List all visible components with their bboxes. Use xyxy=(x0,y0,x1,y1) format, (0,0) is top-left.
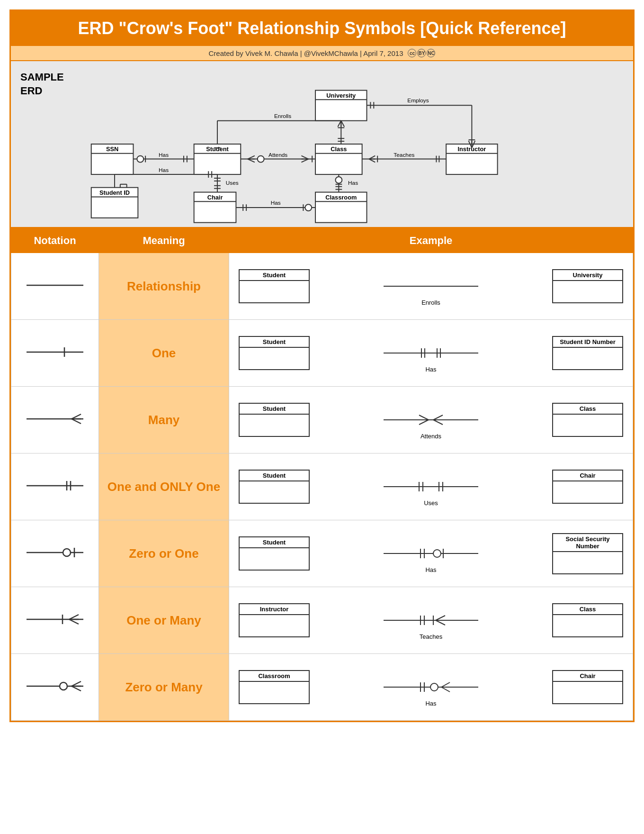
cc-icons: cc BY NC xyxy=(408,49,435,57)
svg-text:Classroom: Classroom xyxy=(325,194,357,201)
example-zero-or-many: Classroom xyxy=(229,654,633,721)
svg-line-105 xyxy=(72,414,81,419)
svg-point-87 xyxy=(335,177,342,183)
ex-line-svg-one-only xyxy=(310,472,552,501)
notation-one xyxy=(11,320,99,387)
svg-text:Enrolls: Enrolls xyxy=(274,113,291,119)
ex-entity-name: Student ID Number xyxy=(553,337,622,348)
svg-text:Has: Has xyxy=(271,199,281,206)
notation-svg-many xyxy=(22,407,88,431)
notation-svg-zero-or-many xyxy=(22,674,88,698)
notation-many xyxy=(11,387,99,453)
svg-line-65 xyxy=(341,121,344,127)
ex-entity-class-onemany: Class xyxy=(552,603,623,637)
svg-line-145 xyxy=(72,681,81,686)
main-container: ERD "Crow's Foot" Relationship Symbols [… xyxy=(9,9,635,722)
ex-line-svg-many xyxy=(310,406,552,434)
svg-line-55 xyxy=(301,156,308,159)
notation-relationship xyxy=(11,253,99,320)
ex-entity-class-many: Class xyxy=(552,403,623,437)
svg-text:Attends: Attends xyxy=(268,152,287,158)
entity-student-id: Student ID xyxy=(91,188,138,218)
ex-entity-studentid: Student ID Number xyxy=(552,336,623,370)
svg-line-51 xyxy=(248,156,255,159)
ex-line-svg xyxy=(310,272,552,300)
ex-label-zero-or-one: Has xyxy=(425,566,436,573)
notation-svg-one-only xyxy=(22,474,88,498)
notation-zero-or-many xyxy=(11,654,99,721)
ex-line-area-zero-or-one: Has xyxy=(310,525,552,582)
meaning-one: One xyxy=(99,320,229,387)
notation-one-or-many xyxy=(11,587,99,654)
ex-entity-name: Student xyxy=(240,404,309,415)
ex-entity-name: Instructor xyxy=(240,604,309,615)
example-one-only: Student xyxy=(229,453,633,520)
row-relationship: Relationship Student Enrolls xyxy=(11,253,633,320)
svg-text:Employs: Employs xyxy=(407,97,429,104)
ex-line-svg-zero-or-many xyxy=(310,673,552,701)
subtitle-text: Created by Vivek M. Chawla | @VivekMChaw… xyxy=(209,49,403,57)
ex-entity-student-many: Student xyxy=(239,403,310,437)
entity-class: Class xyxy=(315,144,362,174)
svg-point-54 xyxy=(258,156,264,163)
erd-svg: SSN Student ID Student xyxy=(82,71,619,218)
svg-line-113 xyxy=(433,420,443,425)
svg-text:Class: Class xyxy=(331,145,347,153)
ex-line-area-one-only: Uses xyxy=(310,458,552,515)
ex-line-svg-zero-or-one xyxy=(310,539,552,568)
row-one-or-many: One or Many Instructor xyxy=(11,587,633,654)
example-one: Student xyxy=(229,320,633,387)
ex-entity-chair-one-only: Chair xyxy=(552,470,623,504)
entity-ssn: SSN xyxy=(91,144,134,174)
ex-entity-name: Classroom xyxy=(240,671,309,682)
svg-text:University: University xyxy=(326,92,356,99)
entity-classroom: Classroom xyxy=(315,192,367,223)
ex-entity-name: University xyxy=(553,270,622,281)
ex-label-one: Has xyxy=(425,366,436,373)
meaning-many: Many xyxy=(99,387,229,453)
svg-point-124 xyxy=(63,549,71,556)
ex-entity-university: University xyxy=(552,269,623,303)
ex-entity-name: Social Security Number xyxy=(553,534,622,552)
ex-entity-name: Class xyxy=(553,404,622,415)
svg-text:Has: Has xyxy=(159,152,169,158)
notation-svg-one-or-many xyxy=(22,607,88,631)
page-title: ERD "Crow's Foot" Relationship Symbols [… xyxy=(11,11,633,46)
ex-line-svg-one xyxy=(310,339,552,367)
svg-line-79 xyxy=(369,156,375,159)
ex-label-zero-or-many: Has xyxy=(425,700,436,707)
header-meaning: Meaning xyxy=(99,229,229,253)
subtitle-bar: Created by Vivek M. Chawla | @VivekMChaw… xyxy=(11,46,633,61)
row-zero-or-one: Zero or One Student xyxy=(11,520,633,587)
ex-line-area-one: Has xyxy=(310,325,552,381)
ex-entity-name: Chair xyxy=(553,671,622,682)
row-zero-or-many: Zero or Many Classroom xyxy=(11,654,633,721)
svg-point-144 xyxy=(60,682,67,690)
ex-entity-classroom-zeromany: Classroom xyxy=(239,670,310,704)
header-notation: Notation xyxy=(11,229,99,253)
svg-text:SSN: SSN xyxy=(106,145,118,153)
svg-line-52 xyxy=(248,159,255,163)
erd-diagram: SSN Student ID Student xyxy=(82,71,619,218)
reference-table: Notation Meaning Example Relationship St… xyxy=(11,228,633,721)
svg-text:Has: Has xyxy=(348,180,358,186)
svg-line-133 xyxy=(69,619,79,624)
by-icon: BY xyxy=(417,49,426,57)
meaning-zero-or-many: Zero or Many xyxy=(99,654,229,721)
ex-entity-ssn: Social Security Number xyxy=(552,533,623,574)
svg-point-129 xyxy=(433,550,441,557)
meaning-zero-or-one: Zero or One xyxy=(99,520,229,587)
ex-entity-name: Student xyxy=(240,537,309,548)
meaning-relationship: Relationship xyxy=(99,253,229,320)
example-many: Student xyxy=(229,387,633,453)
notation-svg-one xyxy=(22,340,88,364)
svg-line-140 xyxy=(436,620,445,625)
svg-point-47 xyxy=(305,204,312,211)
ex-entity-student: Student xyxy=(239,269,310,303)
entity-university: University xyxy=(315,91,367,121)
svg-text:Uses: Uses xyxy=(226,180,239,186)
ex-entity-student-one-only: Student xyxy=(239,470,310,504)
entity-instructor: Instructor xyxy=(446,144,497,174)
svg-line-106 xyxy=(72,419,81,424)
example-one-or-many: Instructor xyxy=(229,587,633,654)
